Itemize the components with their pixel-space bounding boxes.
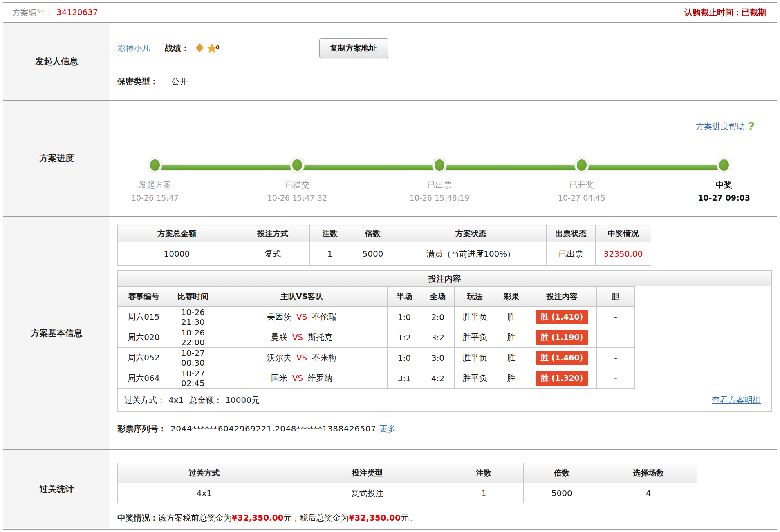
deadline-value: 已截期 — [742, 7, 766, 17]
vs-text: VS — [296, 353, 307, 362]
progress-dot-icon — [433, 157, 446, 173]
col-bet-type: 投注类型 — [291, 463, 444, 483]
progress-content: 方案进度帮助? 发起方案 10-26 15:47 已提交 10-26 15:47… — [110, 101, 777, 216]
bet-row: 周六020 10-26 22:00 曼联VS斯托克 1:2 3:2 胜平负 胜 … — [118, 327, 635, 348]
pass-mode-label: 过关方式： — [124, 395, 165, 405]
initiator-content: 彩神小凡 战绩： ♦ ★0 复制方案地址 保密类型： 公开 — [110, 23, 777, 100]
ticket-serial-line: 彩票序列号：2044******6042969221,2048******138… — [117, 423, 777, 434]
top-bar: 方案编号：34120637 认购截止时间：已截期 — [3, 3, 777, 23]
progress-dot-icon — [290, 157, 304, 173]
col-bet-mode: 投注方式 — [236, 225, 309, 242]
progress-step-drawn: 已开奖 10-27 04:45 — [537, 157, 627, 202]
progress-step-won: 中奖 10-27 09:03 — [679, 157, 769, 202]
progress-help-link[interactable]: 方案进度帮助? — [696, 120, 755, 133]
section-label-initiator: 发起人信息 — [3, 23, 110, 100]
col-pass-mode: 过关方式 — [118, 463, 291, 483]
col-ticket-status: 出票状态 — [547, 225, 596, 242]
progress-dot-icon — [575, 157, 589, 173]
col-home-vs-away: 主队VS客队 — [216, 287, 388, 307]
col-result: 彩果 — [495, 287, 527, 307]
col-plan-status: 方案状态 — [395, 225, 547, 242]
vs-text: VS — [296, 312, 307, 322]
view-plan-detail-link[interactable]: 查看方案明细 — [712, 395, 761, 406]
vs-text: VS — [292, 373, 303, 383]
star-icon: ★0 — [206, 42, 218, 54]
progress-dot-icon — [148, 157, 162, 173]
bet-table: 赛事编号 比赛时间 主队VS客队 半场 全场 玩法 彩果 投注内容 胆 周六01… — [117, 286, 635, 389]
col-total-amount: 方案总金额 — [118, 225, 236, 242]
col-half-score: 半场 — [388, 287, 421, 307]
bet-content-title: 投注内容 — [118, 271, 771, 286]
section-label-progress: 方案进度 — [3, 101, 110, 216]
pass-stats-row: 过关统计 过关方式 投注类型 注数 倍数 选择场数 4x1 复式投注 1 500… — [3, 450, 777, 528]
pass-mode-summary: 过关方式：4x1总金额：10000元 — [124, 395, 265, 406]
bet-content-box: 投注内容 赛事编号 比赛时间 主队VS客队 半场 全场 玩法 彩果 投注内容 胆 — [117, 270, 772, 412]
pass-stats-table: 过关方式 投注类型 注数 倍数 选择场数 4x1 复式投注 1 5000 4 — [117, 463, 697, 503]
col-multiple: 倍数 — [524, 463, 600, 483]
progress-step-ticketed: 已出票 10-26 15:48:19 — [394, 157, 484, 202]
star-count: 0 — [216, 41, 219, 54]
total-amount-label: 总金额： — [189, 395, 222, 405]
lottery-plan-detail-page: 方案编号：34120637 认购截止时间：已截期 发起人信息 彩神小凡 战绩： … — [3, 2, 777, 530]
question-mark-icon: ? — [747, 120, 755, 133]
basic-info-row: 方案基本信息 方案总金额 投注方式 注数 倍数 方案状态 出票状态 中奖情况 1… — [3, 217, 777, 450]
plan-number-label: 方案编号： — [12, 7, 53, 17]
summary-row: 10000 复式 1 5000 满员（当前进度100%） 已出票 32350.0… — [118, 242, 651, 266]
col-win-status: 中奖情况 — [596, 225, 651, 242]
serial-value: 2044******6042969221,2048******138842650… — [170, 424, 376, 434]
progress-step-submitted: 已提交 10-26 15:47:32 — [252, 157, 342, 202]
win-summary-label: 中奖情况： — [117, 513, 158, 523]
stats-row: 4x1 复式投注 1 5000 4 — [118, 483, 697, 503]
col-full-score: 全场 — [421, 287, 455, 307]
col-dan: 胆 — [597, 287, 635, 307]
aftertax-amount: ¥32,350.00 — [349, 513, 401, 523]
bet-row: 周六064 10-27 02:45 国米VS维罗纳 3:1 4:2 胜平负 胜 … — [118, 368, 635, 389]
bet-footer: 过关方式：4x1总金额：10000元 查看方案明细 — [118, 389, 771, 411]
bet-pick-badge: 胜(1.190) — [536, 330, 588, 345]
bet-row: 周六015 10-26 21:30 美因茨VS不伦瑞 1:0 2:0 胜平负 胜… — [118, 307, 635, 327]
diamond-icon: ♦ — [194, 42, 205, 54]
serial-label: 彩票序列号： — [117, 424, 166, 434]
col-multiple: 倍数 — [350, 225, 395, 242]
win-amount: 32350.00 — [596, 242, 651, 266]
pass-mode-value: 4x1 — [168, 395, 184, 405]
bet-pick-badge: 胜(1.460) — [536, 351, 588, 365]
col-count: 注数 — [309, 225, 350, 242]
col-bet-content: 投注内容 — [527, 287, 597, 307]
pass-stats-content: 过关方式 投注类型 注数 倍数 选择场数 4x1 复式投注 1 5000 4 中… — [110, 450, 777, 528]
more-link[interactable]: 更多 — [379, 424, 396, 434]
progress-step-created: 发起方案 10-26 15:47 — [110, 157, 200, 202]
bet-pick-badge: 胜(1.410) — [536, 310, 588, 324]
initiator-username-link[interactable]: 彩神小凡 — [117, 43, 150, 54]
record-medals: ♦ ★0 — [194, 42, 218, 54]
vs-text: VS — [292, 332, 303, 342]
pretax-amount: ¥32,350.00 — [232, 513, 284, 523]
subscribe-deadline: 认购截止时间：已截期 — [684, 7, 766, 18]
deadline-label: 认购截止时间： — [684, 7, 742, 17]
win-summary-line: 中奖情况：该方案税前总奖金为¥32,350.00元，税后总奖金为¥32,350.… — [117, 512, 777, 523]
section-label-stats: 过关统计 — [3, 450, 110, 528]
plan-summary-table: 方案总金额 投注方式 注数 倍数 方案状态 出票状态 中奖情况 10000 复式… — [117, 225, 651, 266]
col-selected-matches: 选择场数 — [600, 463, 697, 483]
basic-info-content: 方案总金额 投注方式 注数 倍数 方案状态 出票状态 中奖情况 10000 复式… — [110, 217, 777, 449]
col-count: 注数 — [444, 463, 524, 483]
progress-row: 方案进度 方案进度帮助? 发起方案 10-26 15:47 已提交 10-26 … — [3, 101, 777, 217]
record-label: 战绩： — [165, 43, 189, 54]
plan-number-value: 34120637 — [56, 7, 98, 17]
total-amount-value: 10000元 — [225, 395, 260, 405]
bet-pick-badge: 胜(1.320) — [536, 371, 588, 386]
copy-plan-address-button[interactable]: 复制方案地址 — [319, 38, 388, 58]
privacy-type-label: 保密类型： — [117, 76, 158, 86]
plan-number: 方案编号：34120637 — [12, 7, 98, 18]
col-match-time: 比赛时间 — [170, 287, 216, 307]
section-label-basic: 方案基本信息 — [3, 217, 110, 449]
progress-dot-icon — [717, 157, 731, 173]
initiator-row: 发起人信息 彩神小凡 战绩： ♦ ★0 复制方案地址 保密类型： 公开 — [3, 23, 777, 101]
privacy-type-value: 公开 — [171, 76, 188, 86]
col-match-no: 赛事编号 — [118, 287, 170, 307]
bet-row: 周六052 10-27 00:30 沃尔夫VS不来梅 1:0 3:0 胜平负 胜… — [118, 348, 635, 368]
col-play-type: 玩法 — [455, 287, 495, 307]
